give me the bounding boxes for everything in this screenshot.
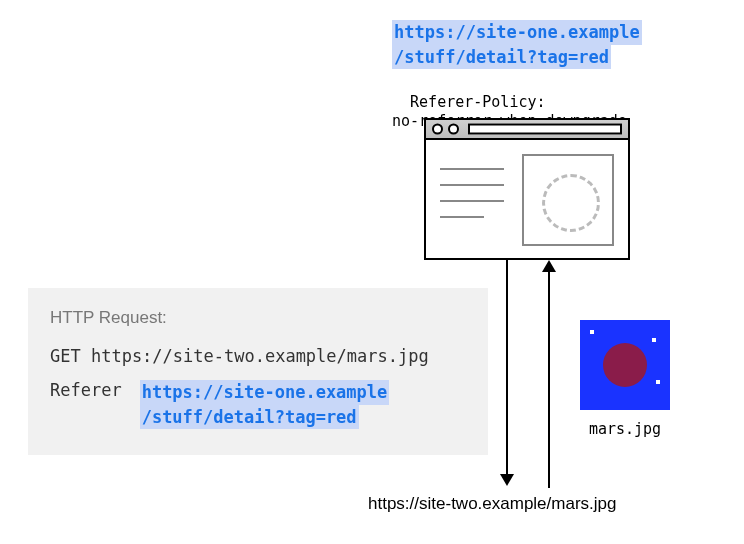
page-url-line1: https://site-one.example bbox=[392, 20, 642, 45]
mars-image-icon bbox=[580, 320, 670, 410]
browser-window-icon bbox=[424, 118, 630, 260]
request-arrow-down bbox=[506, 260, 508, 476]
mars-caption: mars.jpg bbox=[580, 420, 670, 438]
browser-body bbox=[424, 140, 630, 260]
target-url: https://site-two.example/mars.jpg bbox=[368, 494, 616, 514]
http-request-heading: HTTP Request: bbox=[50, 308, 466, 328]
page-url-line2: /stuff/detail?tag=red bbox=[392, 45, 611, 70]
text-line-icon bbox=[440, 184, 504, 186]
response-arrow-up bbox=[548, 272, 550, 488]
arrow-head-down-icon bbox=[500, 474, 514, 486]
text-line-icon bbox=[440, 200, 504, 202]
policy-label: Referer-Policy: bbox=[410, 93, 545, 111]
referer-url-line1: https://site-one.example bbox=[140, 380, 390, 405]
arrow-head-up-icon bbox=[542, 260, 556, 272]
text-line-icon bbox=[440, 168, 504, 170]
http-get-line: GET https://site-two.example/mars.jpg bbox=[50, 346, 466, 366]
referer-url-line2: /stuff/detail?tag=red bbox=[140, 405, 359, 430]
mars-image-block: mars.jpg bbox=[580, 320, 670, 438]
page-url-block: https://site-one.example /stuff/detail?t… bbox=[392, 20, 642, 69]
referer-label: Referer bbox=[50, 380, 122, 400]
browser-chrome bbox=[424, 118, 630, 140]
dashed-circle-icon bbox=[542, 174, 600, 232]
image-placeholder-frame bbox=[522, 154, 614, 246]
text-line-icon bbox=[440, 216, 484, 218]
http-request-box: HTTP Request: GET https://site-two.examp… bbox=[28, 288, 488, 455]
